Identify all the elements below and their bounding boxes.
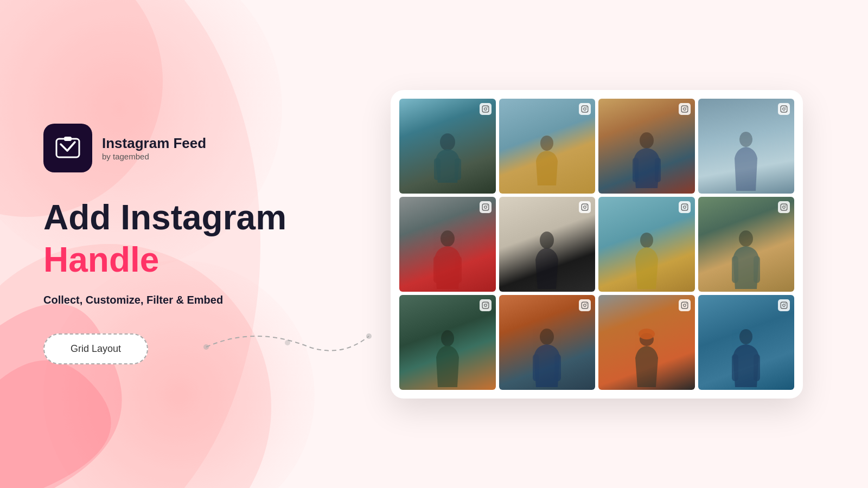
right-section	[369, 90, 825, 399]
svg-point-27	[739, 132, 752, 147]
instagram-icon-4	[778, 103, 790, 115]
svg-rect-3	[56, 139, 79, 157]
logo-icon	[43, 124, 92, 172]
svg-rect-68	[754, 354, 760, 381]
page-content: Instagram Feed by tagembed Add Instagram…	[0, 0, 868, 488]
silhouette-9	[429, 328, 467, 390]
svg-rect-14	[582, 106, 588, 112]
tagembed-logo-icon	[53, 133, 82, 163]
svg-rect-57	[554, 354, 561, 381]
svg-point-40	[686, 205, 686, 206]
svg-point-65	[786, 303, 786, 304]
svg-point-19	[683, 107, 686, 110]
feed-panel	[391, 90, 803, 399]
feed-cell-12[interactable]	[698, 295, 795, 390]
instagram-icon-10	[579, 299, 591, 311]
grid-layout-button-wrap: Grid Layout	[43, 333, 326, 364]
svg-rect-46	[732, 256, 738, 283]
silhouette-1	[426, 129, 469, 194]
instagram-icon-11	[679, 299, 691, 311]
svg-rect-63	[781, 302, 787, 309]
svg-point-45	[739, 230, 753, 247]
feed-cell-1[interactable]	[399, 99, 496, 194]
svg-rect-28	[482, 204, 489, 210]
left-section: Instagram Feed by tagembed Add Instagram…	[43, 124, 326, 365]
instagram-icon-6	[579, 201, 591, 213]
svg-point-30	[487, 205, 487, 206]
svg-point-29	[484, 206, 487, 208]
svg-rect-22	[633, 158, 639, 182]
svg-rect-38	[681, 204, 688, 210]
instagram-icon-9	[480, 299, 492, 311]
svg-rect-48	[482, 302, 489, 309]
svg-rect-18	[681, 106, 688, 112]
svg-point-17	[540, 136, 553, 151]
feed-cell-8[interactable]	[698, 197, 795, 292]
headline-line2: Handle	[43, 241, 326, 279]
tagline: Collect, Customize, Filter & Embed	[43, 294, 326, 306]
feed-cell-6[interactable]	[499, 197, 596, 292]
svg-point-21	[640, 132, 654, 149]
svg-rect-52	[582, 302, 588, 309]
instagram-icon-1	[480, 103, 492, 115]
svg-rect-34	[582, 204, 588, 210]
svg-point-36	[586, 205, 587, 206]
svg-rect-24	[781, 106, 787, 112]
svg-point-64	[783, 304, 786, 306]
silhouette-8	[724, 227, 768, 292]
svg-rect-32	[433, 256, 440, 283]
svg-point-49	[484, 304, 487, 306]
silhouette-6	[528, 229, 566, 292]
svg-point-9	[484, 107, 487, 110]
svg-point-43	[783, 206, 786, 208]
silhouette-5	[426, 227, 469, 292]
app-byline: by tagembed	[102, 152, 206, 161]
silhouette-3	[625, 129, 668, 194]
silhouette-4	[727, 129, 765, 194]
svg-point-41	[640, 233, 653, 248]
feed-cell-9[interactable]	[399, 295, 496, 390]
silhouette-10	[525, 325, 569, 390]
svg-point-10	[487, 107, 487, 107]
feed-cell-10[interactable]	[499, 295, 596, 390]
svg-point-53	[584, 304, 586, 306]
svg-point-66	[739, 329, 752, 344]
silhouette-12	[724, 325, 768, 390]
svg-rect-47	[754, 256, 760, 283]
svg-point-31	[441, 230, 455, 247]
svg-rect-42	[781, 204, 787, 210]
svg-point-54	[586, 303, 587, 304]
svg-rect-33	[455, 256, 462, 283]
svg-rect-58	[681, 302, 688, 309]
feed-cell-2[interactable]	[499, 99, 596, 194]
feed-cell-11[interactable]	[598, 295, 695, 390]
svg-point-35	[584, 206, 586, 208]
grid-layout-button[interactable]: Grid Layout	[43, 333, 148, 364]
feed-cell-7[interactable]	[598, 197, 695, 292]
instagram-icon-2	[579, 103, 591, 115]
svg-point-60	[686, 303, 686, 304]
svg-point-44	[786, 205, 786, 206]
svg-point-37	[540, 232, 554, 249]
svg-point-15	[584, 107, 586, 110]
instagram-icon-7	[679, 201, 691, 213]
svg-point-11	[440, 133, 455, 151]
silhouette-2	[528, 131, 566, 194]
svg-rect-67	[732, 354, 738, 381]
feed-cell-5[interactable]	[399, 197, 496, 292]
instagram-icon-8	[778, 201, 790, 213]
headline-line1: Add Instagram	[43, 198, 326, 236]
svg-rect-23	[655, 158, 661, 182]
feed-cell-3[interactable]	[598, 99, 695, 194]
svg-point-50	[487, 303, 487, 304]
silhouette-7	[628, 229, 666, 292]
svg-point-51	[441, 330, 454, 346]
silhouette-11	[628, 328, 666, 390]
app-name: Instagram Feed	[102, 135, 206, 152]
svg-point-26	[786, 107, 786, 107]
svg-rect-4	[64, 137, 72, 141]
svg-rect-56	[533, 354, 539, 381]
feed-cell-4[interactable]	[698, 99, 795, 194]
logo-text-area: Instagram Feed by tagembed	[102, 135, 206, 161]
svg-point-25	[783, 107, 786, 110]
